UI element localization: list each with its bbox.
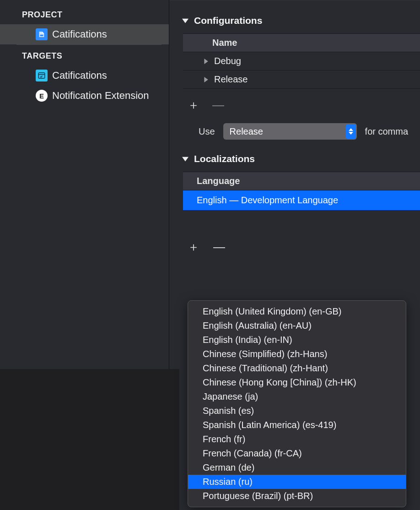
- localizations-title: Localizations: [194, 153, 255, 164]
- config-select-value: Release: [230, 126, 263, 137]
- language-menu-item[interactable]: Spanish (Latin America) (es-419): [188, 418, 406, 432]
- language-menu-item[interactable]: English (United Kingdom) (en-GB): [188, 304, 406, 319]
- targets-list: Catifications E Notification Extension: [0, 65, 169, 106]
- use-label: Use: [199, 126, 215, 137]
- disclosure-triangle-right-icon[interactable]: [203, 59, 210, 64]
- add-config-button[interactable]: ＋: [188, 97, 199, 113]
- svg-rect-1: [38, 73, 45, 78]
- localization-row[interactable]: English — Development Language: [183, 190, 420, 210]
- language-menu-item[interactable]: English (Australia) (en-AU): [188, 319, 406, 333]
- configurations-title: Configurations: [194, 15, 262, 26]
- config-row[interactable]: Release: [183, 71, 420, 89]
- localizations-table: Language English — Development Language: [183, 172, 420, 211]
- language-menu-item[interactable]: English (India) (en-IN): [188, 333, 406, 347]
- localization-row-label: English — Development Language: [197, 195, 338, 205]
- disclosure-triangle-down-icon: [182, 156, 188, 162]
- localizations-header[interactable]: Localizations: [169, 153, 420, 172]
- language-menu-item[interactable]: Russian (ru): [188, 475, 406, 489]
- language-popup: English (United Kingdom) (en-GB)English …: [188, 300, 406, 507]
- remove-localization-button[interactable]: —: [213, 240, 225, 254]
- project-icon: [36, 28, 48, 40]
- remove-config-button[interactable]: —: [212, 98, 224, 112]
- target-item[interactable]: E Notification Extension: [0, 86, 169, 106]
- targets-section-label: TARGETS: [0, 45, 169, 65]
- configurations-header[interactable]: Configurations: [169, 15, 420, 33]
- language-menu-item[interactable]: Spanish (es): [188, 404, 406, 418]
- language-menu-item[interactable]: Chinese (Traditional) (zh-Hant): [188, 361, 406, 375]
- config-row-label: Debug: [214, 56, 241, 66]
- for-label: for comma: [365, 126, 408, 137]
- target-item-label: Notification Extension: [52, 90, 149, 102]
- svg-rect-0: [40, 35, 43, 36]
- language-menu-item[interactable]: Chinese (Simplified) (zh-Hans): [188, 347, 406, 361]
- config-row-label: Release: [214, 74, 248, 85]
- extension-icon: E: [36, 90, 48, 102]
- config-select[interactable]: Release: [223, 123, 357, 140]
- add-localization-button[interactable]: ＋: [188, 239, 199, 255]
- language-menu-item[interactable]: Chinese (Hong Kong [China]) (zh-HK): [188, 375, 406, 390]
- app-icon: [36, 70, 48, 81]
- disclosure-triangle-down-icon: [182, 17, 188, 24]
- disclosure-triangle-right-icon[interactable]: [203, 77, 210, 82]
- stepper-icon: [346, 124, 356, 139]
- language-menu-item[interactable]: Japanese (ja): [188, 390, 406, 404]
- language-menu-item[interactable]: Portuguese (Brazil) (pt-BR): [188, 489, 406, 503]
- project-item-label: Catifications: [52, 28, 107, 40]
- loc-col-language[interactable]: Language: [183, 172, 420, 190]
- target-item-label: Catifications: [52, 70, 107, 81]
- console-area: [0, 369, 179, 510]
- language-menu-item[interactable]: German (de): [188, 461, 406, 475]
- language-menu-item[interactable]: French (Canada) (fr-CA): [188, 446, 406, 461]
- target-item[interactable]: Catifications: [0, 65, 169, 86]
- language-menu-item[interactable]: French (fr): [188, 432, 406, 446]
- config-row[interactable]: Debug: [183, 52, 420, 71]
- configurations-table: Name Debug Release: [183, 33, 420, 89]
- project-section-label: PROJECT: [0, 6, 169, 24]
- config-col-name[interactable]: Name: [183, 34, 420, 52]
- project-item[interactable]: Catifications: [0, 24, 169, 44]
